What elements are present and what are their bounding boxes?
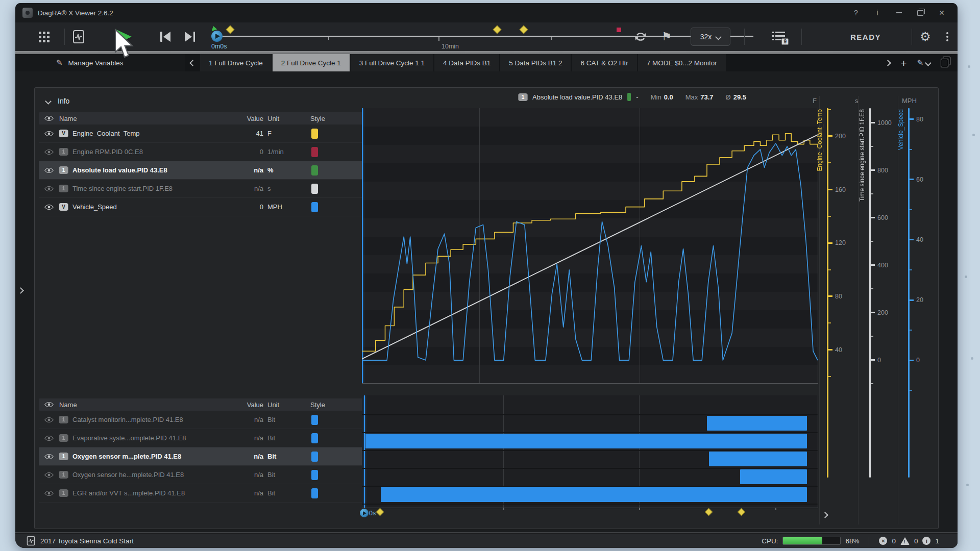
timeline-track[interactable] bbox=[217, 36, 753, 37]
bottom-timeline-marker-diamond[interactable] bbox=[705, 508, 713, 516]
bottom-playhead[interactable] bbox=[360, 509, 369, 517]
bottom-timeline-marker-diamond[interactable] bbox=[737, 508, 745, 516]
sidebar-expander[interactable] bbox=[18, 286, 23, 295]
speed-select[interactable]: 32x bbox=[691, 22, 730, 51]
eye-toggle[interactable] bbox=[39, 186, 59, 192]
info-section-header[interactable]: Info bbox=[46, 97, 69, 105]
timeline-tick bbox=[438, 37, 439, 41]
style-swatch[interactable] bbox=[311, 147, 318, 157]
duplicate-tab-button[interactable] bbox=[941, 59, 948, 67]
axis-separator bbox=[898, 96, 898, 524]
tab-7[interactable]: 7 MODE $0...2 Monitor bbox=[638, 54, 726, 71]
bit-chart[interactable] bbox=[362, 395, 818, 508]
tab-5[interactable]: 5 Data PIDs B1 2 bbox=[500, 54, 571, 71]
bit-bar-5[interactable] bbox=[381, 487, 807, 502]
signal-row-2[interactable]: 1Engine RPM.PID 0C.E801/min bbox=[39, 143, 365, 161]
eye-toggle[interactable] bbox=[39, 417, 59, 423]
recording-file-icon bbox=[72, 30, 85, 44]
loop-button[interactable] bbox=[634, 22, 647, 51]
main-chart[interactable] bbox=[362, 108, 818, 384]
axis-tick-label: 600 bbox=[877, 214, 888, 221]
bit-row-4[interactable]: 1Oxygen sensor he...mplete.PID 41.E8n/aB… bbox=[39, 466, 365, 484]
add-tab-button[interactable]: + bbox=[900, 58, 906, 68]
bottom-timeline-tick bbox=[639, 508, 640, 510]
timeline-stop-marker[interactable] bbox=[617, 28, 621, 32]
settings-button[interactable]: ⚙ bbox=[920, 22, 931, 51]
error-icon[interactable]: ✕ bbox=[879, 537, 887, 545]
bottom-timeline[interactable]: 0s bbox=[362, 508, 818, 525]
eye-toggle[interactable] bbox=[39, 204, 59, 210]
signal-row-4[interactable]: 1Time since engine start.PID 1F.E8n/as bbox=[39, 180, 365, 198]
style-swatch[interactable] bbox=[311, 488, 318, 498]
signal-value: n/a bbox=[228, 185, 263, 192]
bit-bar-4[interactable] bbox=[740, 469, 807, 484]
tab-1[interactable]: 1 Full Drive Cycle bbox=[200, 54, 272, 71]
about-button[interactable]: i bbox=[867, 3, 888, 22]
edit-tab-button[interactable]: ✎ bbox=[917, 58, 930, 67]
style-swatch[interactable] bbox=[311, 202, 318, 212]
signal-row-5[interactable]: VVehicle_Speed0MPH bbox=[39, 198, 365, 216]
style-swatch[interactable] bbox=[311, 415, 318, 425]
bit-row-1[interactable]: 1Catalyst monitorin...mplete.PID 41.E8n/… bbox=[39, 411, 365, 429]
minimize-button[interactable] bbox=[888, 3, 910, 22]
manage-variables-button[interactable]: ✎ Manage Variables bbox=[15, 54, 185, 71]
bit-row-2[interactable]: 1Evaporative syste...omplete.PID 41.E8n/… bbox=[39, 429, 365, 447]
tab-6[interactable]: 6 CAT & O2 Htr bbox=[572, 54, 636, 71]
eye-toggle[interactable] bbox=[39, 490, 59, 496]
tab-2[interactable]: 2 Full Drive Cycle 1 bbox=[273, 54, 350, 71]
bottom-timeline-time: 0s bbox=[369, 510, 376, 517]
info-icon[interactable]: i bbox=[922, 537, 930, 545]
chart-header[interactable]: 1 Absolute load value.PID 43.E8 - Min0.0… bbox=[519, 93, 746, 101]
timeline-playhead[interactable] bbox=[211, 31, 223, 42]
eye-toggle[interactable] bbox=[39, 167, 59, 173]
more-options-button[interactable] bbox=[946, 22, 948, 51]
skip-to-start-button[interactable] bbox=[160, 22, 172, 51]
eye-toggle[interactable] bbox=[39, 149, 59, 155]
restore-button[interactable] bbox=[910, 3, 931, 22]
tab-4[interactable]: 4 Data PIDs B1 bbox=[434, 54, 499, 71]
timeline-marker-diamond[interactable] bbox=[493, 26, 502, 34]
axis-tick-label: 200 bbox=[835, 133, 846, 140]
statusbar-file[interactable]: 2017 Toyota Sienna Cold Start bbox=[27, 536, 134, 546]
chart-cursor[interactable] bbox=[364, 395, 365, 508]
axis-tick-label: 40 bbox=[916, 236, 923, 243]
style-swatch[interactable] bbox=[311, 452, 318, 462]
axes-area: FEngine_Coolant_Temp4080120160200sTime s… bbox=[819, 88, 938, 529]
flag-marker-button[interactable]: ⚑ bbox=[662, 22, 672, 51]
titlebar[interactable]: DiagRA® X Viewer 2.6.2 ? i ✕ bbox=[15, 3, 958, 22]
bit-row-5[interactable]: 1EGR and/or VVT s...mplete.PID 41.E8n/aB… bbox=[39, 484, 365, 503]
bit-row-3[interactable]: 1Oxygen sensor m...plete.PID 41.E8n/aBit bbox=[39, 447, 365, 466]
app-grid-button[interactable] bbox=[39, 22, 50, 51]
replay-timeline[interactable]: 0m0s 10min bbox=[211, 22, 763, 51]
col-unit: Unit bbox=[263, 401, 299, 409]
open-recording-button[interactable] bbox=[72, 22, 85, 51]
signal-row-3[interactable]: 1Absolute load value.PID 43.E8n/a% bbox=[39, 161, 365, 180]
timeline-marker-diamond[interactable] bbox=[519, 26, 528, 34]
status-indicator: READY bbox=[850, 22, 881, 51]
timeline-marker-diamond[interactable] bbox=[226, 26, 234, 34]
help-button[interactable]: ? bbox=[845, 3, 867, 22]
tab-scroll-right[interactable] bbox=[885, 60, 891, 66]
style-swatch[interactable] bbox=[311, 165, 318, 176]
eye-toggle[interactable] bbox=[39, 472, 59, 478]
event-list-button[interactable]: 9 bbox=[772, 22, 785, 51]
style-swatch[interactable] bbox=[311, 184, 318, 194]
recording-file-icon bbox=[27, 536, 35, 546]
bottom-timeline-marker-diamond[interactable] bbox=[376, 508, 384, 516]
style-swatch[interactable] bbox=[311, 433, 318, 443]
eye-toggle[interactable] bbox=[39, 131, 59, 137]
style-swatch[interactable] bbox=[311, 129, 318, 139]
warning-icon[interactable]: ! bbox=[900, 537, 910, 545]
bit-bar-1[interactable] bbox=[707, 416, 807, 431]
eye-toggle[interactable] bbox=[39, 454, 59, 460]
bit-bar-3[interactable] bbox=[709, 452, 807, 466]
close-button[interactable]: ✕ bbox=[931, 3, 952, 22]
style-swatch[interactable] bbox=[311, 470, 318, 480]
tab-scroll-left[interactable] bbox=[185, 54, 200, 71]
bit-bar-2[interactable] bbox=[365, 434, 807, 448]
tab-3[interactable]: 3 Full Drive Cycle 1 1 bbox=[351, 54, 433, 71]
skip-to-end-button[interactable] bbox=[184, 22, 195, 51]
eye-toggle[interactable] bbox=[39, 435, 59, 441]
start-replay-button[interactable] bbox=[116, 22, 132, 51]
signal-row-1[interactable]: VEngine_Coolant_Temp41F bbox=[39, 124, 365, 143]
